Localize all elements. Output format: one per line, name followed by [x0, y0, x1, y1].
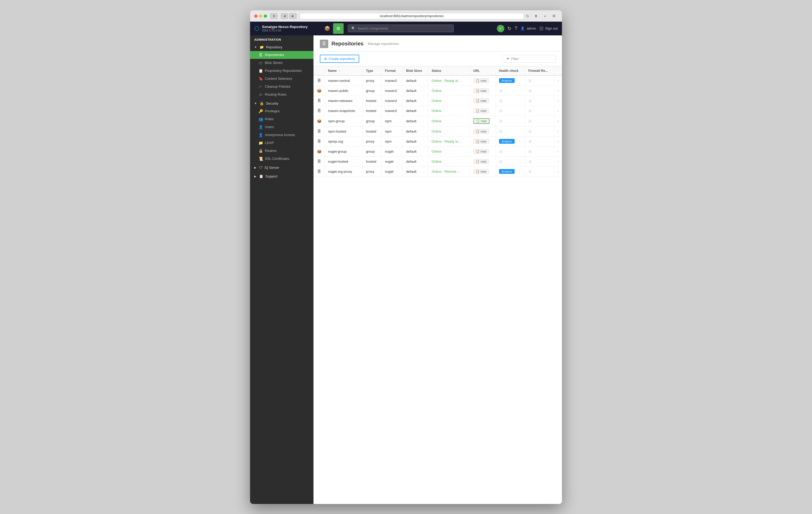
repo-name-cell[interactable]: nuget.org-proxy [325, 167, 362, 176]
repo-expand-cell[interactable]: › [554, 116, 562, 126]
sidebar-item-repositories[interactable]: 🗄 Repositories [250, 51, 314, 59]
sidebar-item-realms[interactable]: 🔒 Realms [250, 147, 314, 155]
row-icon-cell: 🗄 [314, 136, 325, 146]
repo-type-icon: 🗄 [317, 108, 321, 113]
sign-out-button[interactable]: ⬛ Sign out [539, 26, 558, 30]
col-status[interactable]: Status [428, 66, 470, 75]
copy-url-button[interactable]: 📋 copy [473, 169, 489, 174]
sidebar-item-blob-stores[interactable]: 🗃 Blob Stores [250, 59, 314, 67]
expand-icon[interactable]: › [557, 139, 559, 144]
repo-name-cell[interactable]: npmjs.org [325, 136, 362, 146]
refresh-button[interactable]: ↻ [508, 26, 512, 31]
sidebar-toggle-button[interactable]: ⊞ [270, 13, 278, 19]
content-area: 🗄 Repositories Manage repositories ⊕ Cre… [314, 35, 562, 504]
maximize-button[interactable] [264, 14, 267, 18]
sidebar-item-routing-rules[interactable]: ⇄ Routing Rules [250, 91, 314, 98]
repo-name-cell[interactable]: npm-hosted [325, 126, 362, 136]
analyze-button[interactable]: Analyze [499, 139, 515, 144]
sidebar-group-repository[interactable]: ▼ 📁 Repository [250, 43, 314, 51]
col-health-check[interactable]: Health check [496, 66, 525, 75]
col-url[interactable]: URL [470, 66, 496, 75]
col-blob-store[interactable]: Blob Store [403, 66, 428, 75]
analyze-button[interactable]: Analyze [499, 169, 515, 174]
table-row: 📦 npm-group group npm default Online 📋 c… [314, 116, 562, 126]
search-input[interactable] [358, 26, 450, 30]
expand-icon[interactable]: › [557, 129, 559, 133]
sidebar-item-content-selectors[interactable]: 🔖 Content Selectors [250, 75, 314, 83]
share-icon[interactable]: ⬆ [532, 13, 540, 19]
sidebar-item-proprietary-repositories[interactable]: 📋 Proprietary Repositories [250, 67, 314, 75]
repo-expand-cell[interactable]: › [554, 156, 562, 167]
col-type[interactable]: Type [362, 66, 382, 75]
copy-url-button[interactable]: 📋 copy [473, 139, 489, 144]
back-button[interactable]: ◀ [281, 13, 288, 19]
copy-url-button[interactable]: 📋 copy [473, 118, 490, 124]
repo-expand-cell[interactable]: › [554, 167, 562, 176]
repo-name-cell[interactable]: maven-central [325, 75, 362, 86]
col-format[interactable]: Format [382, 66, 403, 75]
sidebar-item-users[interactable]: 👤 Users [250, 123, 314, 131]
expand-icon[interactable]: › [557, 169, 559, 174]
repo-name-cell[interactable]: nuget-hosted [325, 156, 362, 167]
expand-icon[interactable]: › [557, 89, 559, 93]
admin-nav-button[interactable]: ⚙ [333, 23, 344, 34]
repo-expand-cell[interactable]: › [554, 146, 562, 156]
sidebar-group-security[interactable]: ▼ 🔒 Security [250, 99, 314, 107]
repo-expand-cell[interactable]: › [554, 96, 562, 105]
close-button[interactable] [254, 14, 257, 18]
repo-expand-cell[interactable]: › [554, 75, 562, 86]
system-status-icon[interactable]: ✓ [497, 25, 504, 32]
sidebar-item-privileges[interactable]: 🔑 Privileges [250, 107, 314, 115]
repo-expand-cell[interactable]: › [554, 86, 562, 96]
expand-icon[interactable]: › [557, 109, 559, 113]
sidebar-item-support[interactable]: ▶ 📋 Support [250, 173, 314, 180]
col-name[interactable]: Name ↑ [325, 66, 362, 75]
user-menu[interactable]: 👤 admin [520, 26, 536, 30]
expand-icon[interactable]: › [557, 79, 559, 83]
sidebar-item-ssl-certificates[interactable]: 📜 SSL Certificates [250, 155, 314, 163]
address-bar[interactable]: localhost:8081/#admin/repository/reposit… [300, 13, 524, 19]
filter-area[interactable]: ▼ Filter [503, 55, 556, 63]
main-layout: Administration ▼ 📁 Repository 🗄 Reposito… [250, 35, 562, 504]
copy-url-button[interactable]: 📋 copy [473, 98, 489, 103]
copy-url-button[interactable]: 📋 copy [473, 149, 489, 154]
help-button[interactable]: ? [515, 26, 517, 31]
copy-url-button[interactable]: 📋 copy [473, 78, 489, 83]
col-firewall[interactable]: Firewall Re... [525, 66, 554, 75]
expand-icon[interactable]: › [557, 159, 559, 163]
windows-icon[interactable]: ⧉ [550, 13, 558, 19]
sidebar-item-iq-server[interactable]: ▶ 🛡 IQ Server [250, 164, 314, 172]
refresh-icon[interactable]: ↻ [526, 14, 529, 18]
sidebar-item-ldap[interactable]: 📁 LDAP [250, 139, 314, 147]
sidebar-item-cleanup-policies[interactable]: ✂ Cleanup Policies [250, 83, 314, 91]
expand-icon[interactable]: › [557, 98, 559, 103]
repo-name-cell[interactable]: npm-group [325, 116, 362, 126]
repo-expand-cell[interactable]: › [554, 126, 562, 136]
repo-name-cell[interactable]: maven-releases [325, 96, 362, 105]
repo-name-cell[interactable]: nuget-group [325, 146, 362, 156]
repo-expand-cell[interactable]: › [554, 105, 562, 116]
repo-name-cell[interactable]: maven-snapshots [325, 105, 362, 116]
copy-url-button[interactable]: 📋 copy [473, 88, 489, 93]
expand-icon[interactable]: › [557, 149, 559, 153]
privileges-icon: 🔑 [259, 109, 263, 113]
browse-nav-button[interactable]: 📦 [322, 23, 332, 34]
copy-url-button[interactable]: 📋 copy [473, 159, 489, 164]
expand-icon[interactable]: › [557, 119, 559, 123]
page-subtitle: Manage repositories [368, 42, 399, 46]
create-plus-icon: ⊕ [324, 57, 327, 61]
support-icon: 📋 [259, 174, 263, 178]
search-box[interactable]: 🔍 [348, 25, 454, 32]
forward-button[interactable]: ▶ [289, 13, 296, 19]
sidebar-item-anonymous-access[interactable]: 👤 Anonymous Access [250, 131, 314, 139]
sidebar-item-roles[interactable]: 👥 Roles [250, 115, 314, 123]
new-tab-icon[interactable]: + [541, 13, 549, 19]
repo-name-cell[interactable]: maven-public [325, 86, 362, 96]
repo-health-cell: ⊘ [496, 116, 525, 126]
minimize-button[interactable] [259, 14, 262, 18]
copy-url-button[interactable]: 📋 copy [473, 108, 489, 113]
analyze-button[interactable]: Analyze [499, 78, 515, 83]
repo-expand-cell[interactable]: › [554, 136, 562, 146]
copy-url-button[interactable]: 📋 copy [473, 129, 489, 134]
create-repository-button[interactable]: ⊕ Create repository [320, 55, 359, 63]
